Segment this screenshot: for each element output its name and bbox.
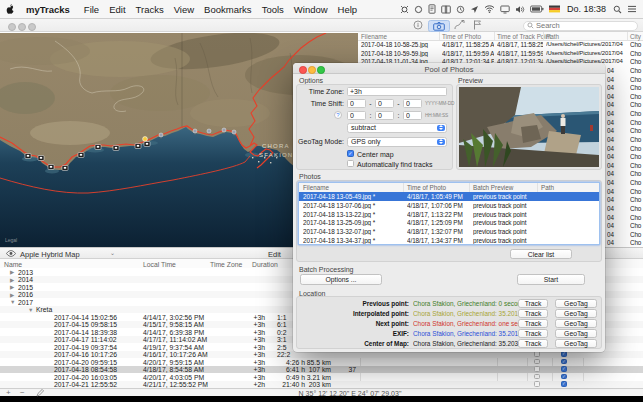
location-track-button[interactable]: Track: [518, 319, 548, 328]
menu-window[interactable]: Window: [289, 4, 333, 15]
disclosure-triangle[interactable]: ▼: [28, 307, 33, 313]
batch-options-button[interactable]: Options ...: [300, 274, 382, 285]
menu-clock[interactable]: Do. 18:38: [567, 4, 606, 14]
menu-tools[interactable]: Tools: [257, 4, 289, 15]
location-geotag-button[interactable]: GeoTag: [555, 339, 597, 348]
track-col-header[interactable]: Time Zone: [210, 261, 242, 268]
keyboard-language-flag-icon[interactable]: [549, 5, 560, 13]
geotag-mode-select[interactable]: GPS only: [347, 137, 447, 147]
location-geotag-button[interactable]: GeoTag: [555, 329, 597, 338]
toolbar-search-field[interactable]: [523, 21, 638, 31]
pool-of-photos-camera-button[interactable]: [428, 20, 450, 32]
track-checkbox-2[interactable]: ✓: [561, 359, 567, 365]
dialog-photo-row[interactable]: 2017-04-18 13-07-06.jpg *4/18/17, 1:07:0…: [299, 201, 599, 210]
battery-icon[interactable]: [530, 5, 544, 13]
photo-col-header[interactable]: Path: [546, 33, 559, 40]
windows-icon[interactable]: [441, 5, 451, 14]
disclosure-triangle[interactable]: ▶: [10, 269, 14, 275]
clock-status-icon[interactable]: [456, 5, 465, 14]
center-map-checkbox[interactable]: ✓: [347, 150, 354, 157]
track-row[interactable]: 2017-04-20 09:59:154/20/17, 9:59:15 AM+3…: [0, 358, 643, 366]
remove-track-button[interactable]: −: [20, 388, 25, 397]
start-button[interactable]: Start: [517, 274, 585, 285]
track-row[interactable]: 2017-04-18 08:54:584/18/17, 8:54:58 AM+3…: [0, 366, 643, 374]
zoom-window-button[interactable]: [28, 23, 36, 31]
dialog-photo-col-header[interactable]: Path: [541, 184, 554, 191]
clear-list-button[interactable]: Clear list: [510, 249, 572, 260]
track-col-header[interactable]: Local Time: [143, 261, 176, 268]
app-menu-title[interactable]: myTracks: [21, 4, 75, 15]
track-row[interactable]: 2017-04-21 12:55:524/21/17, 12:55:52 PM+…: [0, 381, 643, 389]
photo-col-header[interactable]: Filename: [361, 33, 387, 40]
help-button[interactable]: ?: [334, 111, 342, 119]
photo-col-header[interactable]: City: [630, 33, 641, 40]
search-input[interactable]: [536, 21, 631, 30]
dialog-photo-col-header[interactable]: Batch Preview: [473, 184, 513, 191]
shift-hour-input[interactable]: [347, 111, 366, 121]
track-checkbox-2[interactable]: ✓: [561, 381, 567, 387]
location-track-button[interactable]: Track: [518, 299, 548, 308]
location-geotag-button[interactable]: GeoTag: [555, 309, 597, 318]
edit-bookmarks-button[interactable]: Edit: [268, 250, 281, 259]
menu-view[interactable]: View: [169, 4, 199, 15]
notification-center-icon[interactable]: [627, 5, 637, 13]
photo-row[interactable]: 2017-04-18 10-58-25.jpg4/18/17, 11:58:25…: [358, 40, 643, 49]
photo-col-header[interactable]: Time of Photo: [442, 33, 481, 40]
apple-menu-icon[interactable]: [6, 4, 15, 15]
menubar-status-icon-1[interactable]: [400, 5, 409, 14]
map-layer-select[interactable]: Apple Hybrid Map: [20, 250, 80, 259]
document-icon[interactable]: [428, 4, 436, 14]
flag-toolbar-button[interactable]: [469, 20, 485, 30]
close-window-button[interactable]: [8, 23, 16, 31]
shift-day-input[interactable]: [403, 99, 422, 109]
menu-help[interactable]: Help: [333, 4, 363, 15]
dialog-photo-row[interactable]: 2017-04-18 13-05-49.jpg *4/18/17, 1:05:4…: [299, 192, 599, 201]
add-track-button[interactable]: +: [6, 388, 11, 397]
track-checkbox-2[interactable]: ✓: [561, 366, 567, 372]
track-col-header[interactable]: Name: [4, 261, 22, 268]
dialog-photo-col-header[interactable]: Time of Photo: [407, 184, 446, 191]
location-geotag-button[interactable]: GeoTag: [555, 319, 597, 328]
shift-mode-select[interactable]: subtract: [347, 123, 447, 133]
spotlight-search-icon[interactable]: [613, 5, 622, 14]
map-legal-link[interactable]: Legal: [5, 237, 17, 243]
shift-second-input[interactable]: [403, 111, 422, 121]
photo-row[interactable]: 2017-04-18 10-59-59.jpg4/18/17, 11:59:59…: [358, 49, 643, 58]
track-checkbox-1[interactable]: [534, 374, 540, 380]
auto-find-tracks-checkbox[interactable]: [347, 160, 354, 167]
menu-bookmarks[interactable]: Bookmarks: [199, 4, 257, 15]
track-checkbox-1[interactable]: [534, 381, 540, 387]
shift-minute-input[interactable]: [375, 111, 394, 121]
route-toolbar-button[interactable]: [451, 20, 467, 30]
track-checkbox-2[interactable]: ✓: [561, 351, 567, 357]
track-col-header[interactable]: Duration: [252, 261, 278, 268]
dialog-photo-row[interactable]: 2017-04-18 13-25-09.jpg *4/18/17, 1:25:0…: [299, 218, 599, 227]
wifi-icon[interactable]: [484, 5, 495, 13]
track-checkbox-1[interactable]: [534, 351, 540, 357]
location-geotag-button[interactable]: GeoTag: [555, 299, 597, 308]
disclosure-triangle[interactable]: ▶: [10, 277, 14, 283]
menu-edit[interactable]: Edit: [104, 4, 130, 15]
edit-pencil-icon[interactable]: [36, 389, 44, 399]
disclosure-triangle[interactable]: ▶: [10, 292, 14, 298]
menu-file[interactable]: File: [79, 4, 104, 15]
location-track-button[interactable]: Track: [518, 309, 548, 318]
track-checkbox-2[interactable]: ✓: [561, 374, 567, 380]
disclosure-triangle[interactable]: ▶: [10, 284, 14, 290]
menubar-status-icon-2[interactable]: [414, 5, 423, 14]
dialog-photo-col-header[interactable]: Filename: [303, 184, 329, 191]
dialog-photo-row[interactable]: 2017-04-18 13-13-22.jpg *4/18/17, 1:13:2…: [299, 210, 599, 219]
photo-preview[interactable]: [459, 87, 599, 167]
display-icon[interactable]: [500, 5, 510, 14]
shift-month-input[interactable]: [375, 99, 394, 109]
dialog-titlebar[interactable]: Pool of Photos: [293, 63, 605, 74]
track-checkbox-1[interactable]: [534, 359, 540, 365]
eye-icon[interactable]: [6, 250, 16, 259]
shift-year-input[interactable]: [347, 99, 366, 109]
time-zone-input[interactable]: [347, 87, 447, 97]
dialog-photo-row[interactable]: 2017-04-18 13-34-37.jpg *4/18/17, 1:34:3…: [299, 236, 599, 245]
location-arrow-icon[interactable]: [470, 5, 479, 14]
location-track-button[interactable]: Track: [518, 329, 548, 338]
location-track-button[interactable]: Track: [518, 339, 548, 348]
disclosure-triangle[interactable]: ▼: [10, 299, 15, 305]
